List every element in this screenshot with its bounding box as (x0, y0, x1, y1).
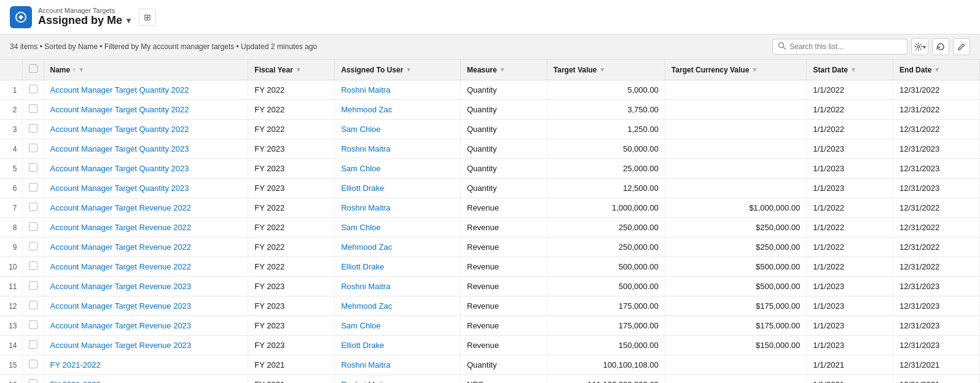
row-assigned-to[interactable]: Roshni Maitra (335, 375, 461, 384)
row-checkbox-cell[interactable] (22, 238, 44, 257)
row-name[interactable]: Account Manager Target Revenue 2023 (44, 336, 248, 355)
fiscal-year-filter-icon[interactable]: ▼ (296, 66, 302, 73)
data-table: Name ↑ ▼ Fiscal Year ▼ Assigned To User … (0, 60, 980, 383)
row-checkbox-cell[interactable] (22, 296, 44, 316)
row-assigned-to[interactable]: Sam Chloe (335, 120, 461, 139)
row-start-date: 1/1/2022 (807, 257, 893, 277)
row-checkbox[interactable] (29, 144, 37, 152)
target-value-filter-icon[interactable]: ▼ (599, 66, 605, 73)
search-box[interactable] (772, 39, 907, 55)
row-name[interactable]: Account Manager Target Revenue 2022 (44, 218, 248, 238)
col-header-assigned-to[interactable]: Assigned To User ▼ (335, 60, 461, 80)
row-checkbox[interactable] (29, 242, 37, 250)
row-assigned-to[interactable]: Elliott Drake (335, 179, 461, 198)
row-checkbox-cell[interactable] (22, 277, 44, 296)
row-checkbox[interactable] (29, 301, 37, 309)
row-name[interactable]: Account Manager Target Quantity 2023 (44, 139, 248, 159)
measure-filter-icon[interactable]: ▼ (500, 66, 506, 73)
title-dropdown-arrow[interactable]: ▼ (125, 16, 133, 25)
row-checkbox-cell[interactable] (22, 179, 44, 198)
row-assigned-to[interactable]: Elliott Drake (335, 336, 461, 355)
search-input[interactable] (790, 42, 902, 51)
row-checkbox-cell[interactable] (22, 80, 44, 100)
row-checkbox[interactable] (29, 281, 37, 290)
col-header-end-date[interactable]: End Date ▼ (893, 60, 980, 80)
row-checkbox[interactable] (29, 163, 37, 172)
row-checkbox[interactable] (29, 124, 37, 133)
row-assigned-to[interactable]: Sam Chloe (335, 316, 461, 336)
col-checkbox[interactable] (22, 60, 44, 80)
row-checkbox-cell[interactable] (22, 336, 44, 355)
pin-button[interactable]: ⊞ (139, 9, 156, 26)
row-checkbox-cell[interactable] (22, 139, 44, 159)
row-assigned-to[interactable]: Roshni Maitra (335, 198, 461, 218)
row-name[interactable]: Account Manager Target Quantity 2023 (44, 159, 248, 179)
row-assigned-to[interactable]: Roshni Maitra (335, 355, 461, 375)
row-checkbox[interactable] (29, 340, 37, 349)
row-name[interactable]: Account Manager Target Quantity 2023 (44, 179, 248, 198)
row-checkbox[interactable] (29, 203, 37, 211)
row-assigned-to[interactable]: Sam Chloe (335, 159, 461, 179)
row-measure: Quantity (461, 100, 547, 120)
row-checkbox-cell[interactable] (22, 198, 44, 218)
row-checkbox[interactable] (29, 360, 37, 368)
row-checkbox[interactable] (29, 183, 37, 192)
row-name[interactable]: Account Manager Target Revenue 2022 (44, 257, 248, 277)
target-currency-filter-icon[interactable]: ▼ (751, 66, 758, 73)
row-name[interactable]: Account Manager Target Quantity 2022 (44, 100, 248, 120)
table-row: 5 Account Manager Target Quantity 2023 F… (0, 159, 980, 179)
row-assigned-to[interactable]: Roshni Maitra (335, 277, 461, 296)
row-checkbox[interactable] (29, 104, 37, 113)
col-header-measure[interactable]: Measure ▼ (461, 60, 547, 80)
row-name[interactable]: FY 2021-2022 (44, 355, 248, 375)
row-assigned-to[interactable]: Mehmood Zac (335, 100, 461, 120)
row-checkbox-cell[interactable] (22, 218, 44, 238)
settings-button[interactable]: ▾ (911, 38, 928, 55)
row-assigned-to[interactable]: Mehmood Zac (335, 296, 461, 316)
assigned-to-filter-icon[interactable]: ▼ (406, 66, 412, 73)
row-end-date: 12/31/2023 (893, 179, 980, 198)
row-name[interactable]: Account Manager Target Quantity 2022 (44, 80, 248, 100)
row-name[interactable]: Account Manager Target Revenue 2022 (44, 238, 248, 257)
header-checkbox[interactable] (29, 64, 37, 73)
table-row: 11 Account Manager Target Revenue 2023 F… (0, 277, 980, 296)
edit-button[interactable] (953, 38, 970, 55)
col-header-name[interactable]: Name ↑ ▼ (44, 60, 248, 80)
name-col-filter-icon[interactable]: ▼ (78, 66, 84, 73)
row-name[interactable]: Account Manager Target Revenue 2023 (44, 277, 248, 296)
row-name[interactable]: Account Manager Target Quantity 2022 (44, 120, 248, 139)
svg-point-3 (917, 45, 920, 48)
col-header-start-date[interactable]: Start Date ▼ (807, 60, 893, 80)
row-checkbox[interactable] (29, 320, 37, 329)
row-name[interactable]: Account Manager Target Revenue 2023 (44, 316, 248, 336)
row-assigned-to[interactable]: Mehmood Zac (335, 238, 461, 257)
row-checkbox-cell[interactable] (22, 120, 44, 139)
col-header-target-value[interactable]: Target Value ▼ (547, 60, 665, 80)
row-name[interactable]: Account Manager Target Revenue 2022 (44, 198, 248, 218)
row-name[interactable]: FY 2021-2022 (44, 375, 248, 384)
row-checkbox-cell[interactable] (22, 257, 44, 277)
start-date-filter-icon[interactable]: ▼ (850, 66, 857, 73)
row-checkbox[interactable] (29, 222, 37, 231)
row-assigned-to[interactable]: Sam Chloe (335, 218, 461, 238)
refresh-button[interactable] (932, 38, 949, 55)
row-name[interactable]: Account Manager Target Revenue 2023 (44, 296, 248, 316)
row-checkbox[interactable] (29, 379, 37, 383)
row-checkbox[interactable] (29, 85, 37, 93)
end-date-filter-icon[interactable]: ▼ (934, 66, 940, 73)
row-checkbox-cell[interactable] (22, 316, 44, 336)
row-checkbox-cell[interactable] (22, 355, 44, 375)
row-end-date: 12/31/2022 (893, 198, 980, 218)
row-checkbox-cell[interactable] (22, 375, 44, 384)
row-start-date: 1/1/2022 (807, 100, 893, 120)
row-checkbox-cell[interactable] (22, 100, 44, 120)
row-checkbox-cell[interactable] (22, 159, 44, 179)
row-assigned-to[interactable]: Roshni Maitra (335, 139, 461, 159)
row-checkbox[interactable] (29, 261, 37, 270)
col-header-fiscal-year[interactable]: Fiscal Year ▼ (248, 60, 335, 80)
row-assigned-to[interactable]: Elliott Drake (335, 257, 461, 277)
col-header-target-currency-value[interactable]: Target Currency Value ▼ (665, 60, 806, 80)
svg-line-2 (783, 47, 786, 50)
row-assigned-to[interactable]: Roshni Maitra (335, 80, 461, 100)
row-start-date: 1/1/2022 (807, 198, 893, 218)
